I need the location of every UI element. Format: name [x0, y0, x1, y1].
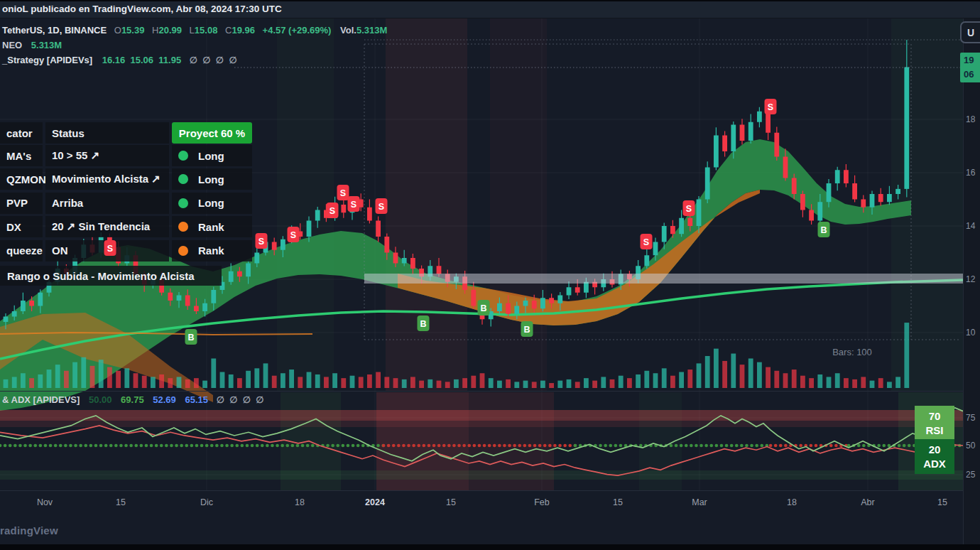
volume-bar [4, 379, 9, 388]
axis-time-label: Feb [534, 497, 550, 507]
volume-bar [72, 362, 77, 388]
volume-bar [332, 373, 337, 388]
indicator-name: MA's [0, 145, 43, 166]
squeeze-stripe [490, 18, 547, 391]
candle-body [298, 232, 303, 237]
axis-time-label: Dic [200, 497, 213, 507]
candle-body [714, 136, 719, 168]
signal-label: Rank [198, 244, 224, 257]
candle-body [644, 255, 649, 266]
volume-bar [662, 368, 667, 388]
strategy-indicator-row[interactable]: _Strategy [APIDEVs] 16.16 15.06 11.95 ∅ … [2, 53, 387, 68]
volume-bar [185, 379, 190, 388]
proyect-button[interactable]: Proyect 60 % [172, 122, 252, 144]
volume-bar [835, 373, 840, 388]
candle-body [653, 242, 658, 256]
symbol-row[interactable]: TetherUS, 1D, BINANCE O15.39 H20.99 L15.… [2, 23, 387, 38]
volume-bar [29, 378, 34, 388]
volume-bar [445, 382, 450, 388]
price-axis[interactable]: 1816141210755025 [963, 18, 980, 550]
volume-bar [81, 357, 86, 388]
signal-dot-icon [178, 198, 188, 208]
volume-bar [151, 377, 156, 388]
volume-bar [792, 370, 797, 388]
volume-bar [506, 379, 511, 388]
candle-body [523, 301, 528, 306]
currency-toggle-button[interactable]: U [960, 21, 980, 43]
publish-text: onioL publicado en TradingView.com, Abr … [2, 4, 282, 14]
candle-body [384, 237, 389, 253]
candle-body [748, 122, 753, 141]
volume-bar [159, 374, 164, 388]
volume-bar [367, 374, 372, 388]
volume-bar [194, 378, 199, 388]
volume-bar [619, 376, 624, 388]
candle-body [878, 194, 883, 202]
volume-bar [731, 354, 736, 388]
candle-body [350, 200, 355, 213]
candle-body [662, 226, 667, 242]
volume-bar [480, 373, 485, 388]
candle-body [211, 290, 216, 303]
candle-body [410, 258, 415, 269]
low-value: 15.08 [195, 25, 218, 36]
candle-body [376, 221, 381, 237]
candle-body [281, 239, 285, 250]
time-axis[interactable]: Nov15Dic18202415Feb15Mar18Abr15 [0, 490, 980, 517]
volume-bar [514, 382, 519, 388]
volume-bar [471, 376, 476, 388]
tradingview-chart-screenshot: SSSSSSSSSSBBBBB onioL publicado en Tradi… [0, 0, 980, 550]
bottom-edge-bar [0, 544, 980, 550]
indicator-name: PVP [0, 193, 43, 214]
volume-bar [55, 365, 60, 388]
pane-divider-top[interactable] [0, 391, 980, 392]
volume-bar [575, 382, 580, 388]
rsi-level-value: 70 [915, 409, 954, 424]
volume-bar [687, 370, 692, 388]
candle-body [757, 112, 762, 122]
volume-bar [99, 360, 104, 388]
indicator-status: 10 > 55 ↗ [45, 145, 169, 166]
open-value: 15.39 [121, 25, 145, 36]
candle-body [844, 170, 849, 183]
candle-body [263, 242, 268, 253]
panel-footer-status: Rango o Subida - Movimiento Alcista [0, 266, 222, 286]
signal-dot-icon [178, 246, 188, 256]
axis-time-label: 15 [446, 497, 456, 507]
candle-body [307, 221, 312, 237]
axis-price-label: 50 [966, 441, 975, 451]
indicator-signal: Rank [172, 216, 252, 237]
volume-bar [350, 376, 355, 388]
indicator-signal: Long [172, 145, 252, 166]
volume-bar [315, 374, 320, 388]
bar-countdown: 06 [964, 68, 980, 82]
axis-price-label: 12 [966, 274, 975, 284]
candle-body [887, 194, 892, 202]
volume-indicator-row[interactable]: NEO 5.313M [2, 38, 387, 53]
axis-time-label: 18 [295, 497, 305, 507]
volume-bar [428, 379, 432, 388]
candle-body [817, 202, 822, 220]
candle-body [272, 242, 277, 250]
candle-body [12, 311, 17, 317]
volume-bar [21, 373, 26, 388]
rsi-overbought-band [0, 410, 980, 421]
open-key: O [114, 25, 121, 36]
tradingview-logo[interactable]: radingView [0, 524, 58, 536]
volume-bar [307, 372, 312, 388]
signal-dot-icon [178, 222, 188, 232]
volume-bar [237, 378, 242, 388]
volume-bar [722, 361, 727, 388]
candle-body [359, 200, 364, 207]
signal-dot-icon [178, 174, 188, 184]
candle-body [367, 207, 372, 221]
volume-bar [229, 374, 234, 388]
axis-time-label: 15 [116, 497, 126, 507]
rsi-adx-legend[interactable]: & ADX [APIDEVS] 50.00 69.75 52.69 65.15 … [2, 394, 264, 405]
volume-bar [740, 365, 745, 388]
candle-body [341, 205, 346, 212]
candle-body [332, 205, 337, 218]
squeeze-stripe [277, 18, 334, 391]
candle-body [575, 287, 580, 293]
volume-bar [714, 349, 719, 388]
